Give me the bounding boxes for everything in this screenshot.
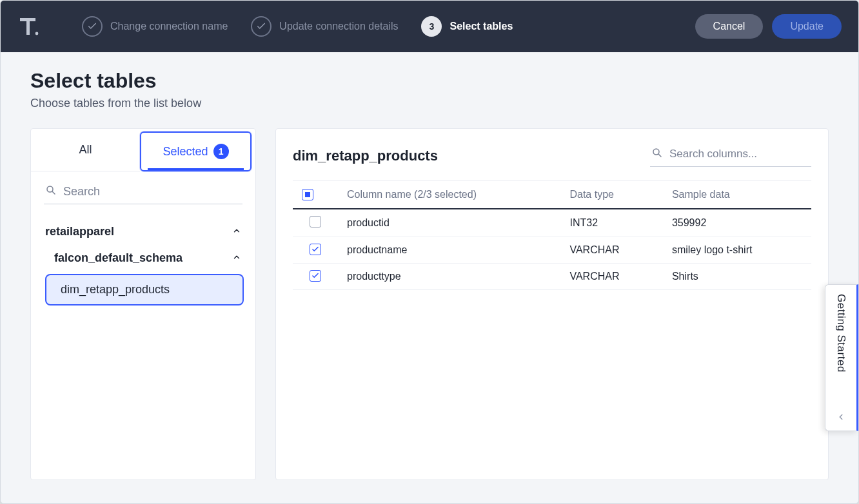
- schema-name: falcon_default_schema: [54, 251, 183, 265]
- header-column-name: Column name (2/3 selected): [338, 180, 560, 209]
- brand-logo-icon: [17, 15, 41, 38]
- selected-count-badge: 1: [213, 144, 229, 159]
- row-checkbox[interactable]: [310, 244, 321, 255]
- cell-column-name: producttype: [338, 264, 560, 290]
- columns-table-title: dim_retapp_products: [293, 148, 438, 164]
- svg-point-2: [35, 32, 39, 35]
- tab-label: All: [79, 143, 92, 157]
- select-all-header: [293, 180, 338, 209]
- chevron-up-icon: [232, 225, 241, 238]
- table-row: productidINT32359992: [293, 209, 811, 237]
- columns-panel: dim_retapp_products: [275, 128, 829, 480]
- cell-data-type: VARCHAR: [560, 264, 662, 290]
- search-icon: [651, 147, 663, 161]
- database-name: retailapparel: [45, 225, 114, 238]
- getting-started-label: Getting Started: [834, 294, 847, 373]
- step-label: Select tables: [449, 21, 513, 32]
- search-icon: [45, 184, 57, 199]
- tables-search-input[interactable]: [63, 185, 241, 199]
- tab-all[interactable]: All: [31, 129, 140, 171]
- row-checkbox[interactable]: [310, 216, 321, 228]
- check-icon: [251, 16, 272, 37]
- table-row: productnameVARCHARsmiley logo t-shirt: [293, 237, 811, 264]
- columns-search[interactable]: [650, 144, 811, 167]
- tree-schema-node[interactable]: falcon_default_schema: [43, 245, 244, 271]
- columns-search-input[interactable]: [669, 148, 810, 160]
- cell-column-name: productname: [338, 237, 560, 264]
- step-update-connection-details[interactable]: Update connection details: [251, 16, 398, 37]
- chevron-up-icon: [232, 251, 241, 265]
- select-all-checkbox[interactable]: [302, 189, 313, 200]
- cell-column-name: productid: [338, 209, 560, 237]
- chevron-left-icon: [836, 412, 845, 424]
- cell-sample-data: 359992: [663, 209, 811, 237]
- step-label: Update connection details: [279, 21, 398, 32]
- table-name: dim_retapp_products: [61, 283, 170, 296]
- columns-header: dim_retapp_products: [293, 144, 811, 167]
- step-label: Change connection name: [110, 21, 228, 32]
- cancel-button[interactable]: Cancel: [695, 14, 764, 39]
- app-window: Change connection name Update connection…: [0, 0, 859, 504]
- tab-label: Selected: [163, 145, 208, 159]
- step-select-tables[interactable]: 3 Select tables: [421, 16, 513, 37]
- header-sample-data: Sample data: [663, 180, 811, 209]
- svg-rect-1: [26, 18, 30, 35]
- wizard-steps: Change connection name Update connection…: [82, 16, 695, 37]
- row-checkbox[interactable]: [310, 270, 321, 282]
- svg-point-5: [653, 149, 659, 155]
- cell-data-type: INT32: [560, 209, 662, 237]
- cell-sample-data: Shirts: [663, 264, 811, 290]
- table-row: producttypeVARCHARShirts: [293, 264, 811, 290]
- check-icon: [82, 16, 103, 37]
- tables-search[interactable]: [44, 182, 242, 204]
- cell-sample-data: smiley logo t-shirt: [663, 237, 811, 264]
- header-data-type: Data type: [560, 180, 662, 209]
- page-title: Select tables: [30, 69, 829, 93]
- columns-table: Column name (2/3 selected) Data type Sam…: [293, 180, 811, 290]
- tree-database-node[interactable]: retailapparel: [43, 218, 244, 245]
- svg-point-3: [47, 186, 53, 192]
- header-actions: Cancel Update: [695, 14, 842, 39]
- page-subtitle: Choose tables from the list below: [30, 97, 829, 110]
- svg-line-6: [658, 154, 661, 157]
- step-number-badge: 3: [421, 16, 442, 37]
- tables-tabs: All Selected 1: [31, 129, 255, 171]
- getting-started-tab[interactable]: Getting Started: [825, 284, 858, 431]
- update-button[interactable]: Update: [772, 14, 842, 39]
- top-bar: Change connection name Update connection…: [1, 1, 858, 52]
- content-row: All Selected 1: [30, 128, 829, 480]
- tables-tree: retailapparel falcon_default_schema dim_…: [31, 209, 255, 315]
- cell-data-type: VARCHAR: [560, 237, 662, 264]
- tab-selected[interactable]: Selected 1: [140, 131, 252, 171]
- tables-panel: All Selected 1: [30, 128, 256, 480]
- page-body: Select tables Choose tables from the lis…: [1, 52, 858, 480]
- step-change-connection-name[interactable]: Change connection name: [82, 16, 228, 37]
- tree-table-node-selected[interactable]: dim_retapp_products: [45, 274, 244, 305]
- svg-line-4: [52, 191, 55, 194]
